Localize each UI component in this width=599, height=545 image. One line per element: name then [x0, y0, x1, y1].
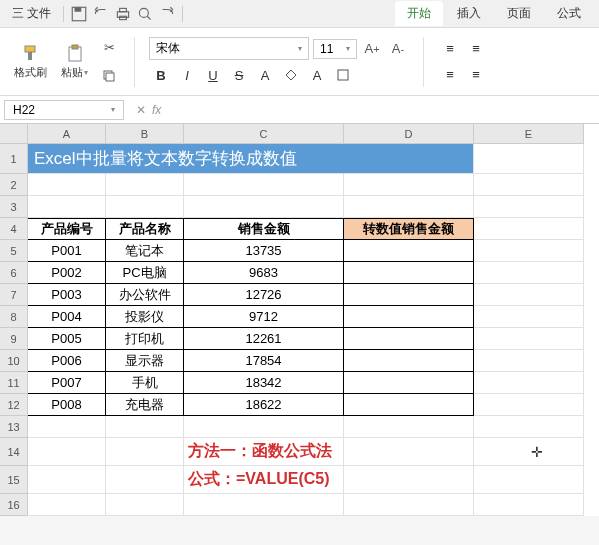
row-header[interactable]: 7 — [0, 284, 28, 306]
cell-id[interactable]: P005 — [28, 328, 106, 350]
col-header-A[interactable]: A — [28, 124, 106, 144]
select-all-corner[interactable] — [0, 124, 28, 144]
cell-amount[interactable]: 9712 — [184, 306, 344, 328]
cell-name[interactable]: 充电器 — [106, 394, 184, 416]
cell[interactable] — [106, 494, 184, 516]
header-converted[interactable]: 转数值销售金额 — [344, 218, 474, 240]
cell[interactable] — [184, 174, 344, 196]
cell[interactable] — [28, 196, 106, 218]
increase-font-icon[interactable]: A+ — [361, 38, 383, 60]
cell-amount[interactable]: 18622 — [184, 394, 344, 416]
copy-icon[interactable] — [98, 65, 120, 87]
cell-amount[interactable]: 17854 — [184, 350, 344, 372]
font-size-select[interactable]: 11▾ — [313, 39, 357, 59]
fx-icon[interactable]: fx — [152, 103, 161, 117]
row-header[interactable]: 2 — [0, 174, 28, 196]
cell-amount[interactable]: 13735 — [184, 240, 344, 262]
cell[interactable] — [474, 196, 584, 218]
cell-converted[interactable] — [344, 306, 474, 328]
cancel-icon[interactable]: ✕ — [136, 103, 146, 117]
formula-input[interactable] — [169, 100, 599, 119]
cell-id[interactable]: P007 — [28, 372, 106, 394]
row-header[interactable]: 13 — [0, 416, 28, 438]
row-header[interactable]: 8 — [0, 306, 28, 328]
cell[interactable] — [106, 416, 184, 438]
col-header-B[interactable]: B — [106, 124, 184, 144]
paste-button[interactable]: 粘贴▾ — [57, 42, 92, 82]
title-cell[interactable]: Excel中批量将文本数字转换成数值 — [28, 144, 474, 174]
cell[interactable] — [106, 466, 184, 494]
cell[interactable] — [106, 196, 184, 218]
format-painter-button[interactable]: 格式刷 — [10, 42, 51, 82]
cell-converted[interactable] — [344, 328, 474, 350]
header-amount[interactable]: 销售金额 — [184, 218, 344, 240]
row-header[interactable]: 3 — [0, 196, 28, 218]
save-icon[interactable] — [70, 5, 88, 23]
cell[interactable] — [344, 494, 474, 516]
decrease-font-icon[interactable]: A- — [387, 38, 409, 60]
cell-name[interactable]: 办公软件 — [106, 284, 184, 306]
cell[interactable] — [344, 196, 474, 218]
cell-id[interactable]: P006 — [28, 350, 106, 372]
row-header[interactable]: 11 — [0, 372, 28, 394]
cell-name[interactable]: 手机 — [106, 372, 184, 394]
cell[interactable] — [344, 416, 474, 438]
cell-converted[interactable] — [344, 262, 474, 284]
row-header[interactable]: 5 — [0, 240, 28, 262]
undo-icon[interactable] — [92, 5, 110, 23]
name-box[interactable]: H22▾ — [4, 100, 124, 120]
highlight-button[interactable]: A — [305, 64, 329, 86]
cell-id[interactable]: P003 — [28, 284, 106, 306]
cell[interactable] — [28, 466, 106, 494]
cell-name[interactable]: PC电脑 — [106, 262, 184, 284]
cell-amount[interactable]: 18342 — [184, 372, 344, 394]
print-icon[interactable] — [114, 5, 132, 23]
preview-icon[interactable] — [136, 5, 154, 23]
row-header[interactable]: 14 — [0, 438, 28, 466]
cell-name[interactable]: 笔记本 — [106, 240, 184, 262]
cell-converted[interactable] — [344, 394, 474, 416]
cell[interactable] — [28, 416, 106, 438]
row-header[interactable]: 12 — [0, 394, 28, 416]
cell-name[interactable]: 显示器 — [106, 350, 184, 372]
redo-icon[interactable] — [158, 5, 176, 23]
cell[interactable] — [28, 494, 106, 516]
cell[interactable] — [184, 416, 344, 438]
cell[interactable] — [474, 306, 584, 328]
cell[interactable] — [474, 494, 584, 516]
cell[interactable] — [474, 438, 584, 466]
col-header-E[interactable]: E — [474, 124, 584, 144]
row-header[interactable]: 1 — [0, 144, 28, 174]
header-id[interactable]: 产品编号 — [28, 218, 106, 240]
cell-name[interactable]: 打印机 — [106, 328, 184, 350]
cell-name[interactable]: 投影仪 — [106, 306, 184, 328]
row-header[interactable]: 15 — [0, 466, 28, 494]
cell-id[interactable]: P002 — [28, 262, 106, 284]
tab-home[interactable]: 开始 — [395, 1, 443, 26]
border-button[interactable] — [331, 64, 355, 86]
italic-button[interactable]: I — [175, 64, 199, 86]
cell[interactable] — [474, 350, 584, 372]
cell-amount[interactable]: 12261 — [184, 328, 344, 350]
cell-converted[interactable] — [344, 240, 474, 262]
cell-amount[interactable]: 9683 — [184, 262, 344, 284]
cut-icon[interactable]: ✂ — [98, 37, 120, 59]
cell[interactable] — [106, 174, 184, 196]
align-top-icon[interactable]: ≡ — [438, 38, 462, 60]
col-header-D[interactable]: D — [344, 124, 474, 144]
cell[interactable] — [474, 240, 584, 262]
align-center-icon[interactable]: ≡ — [464, 64, 488, 86]
method-line1[interactable]: 方法一：函数公式法 — [184, 438, 344, 466]
cell[interactable] — [184, 494, 344, 516]
fill-color-button[interactable] — [279, 64, 303, 86]
cell[interactable] — [344, 466, 474, 494]
col-header-C[interactable]: C — [184, 124, 344, 144]
cell-id[interactable]: P001 — [28, 240, 106, 262]
tab-insert[interactable]: 插入 — [445, 1, 493, 26]
method-line2[interactable]: 公式：=VALUE(C5) — [184, 466, 344, 494]
strike-button[interactable]: S — [227, 64, 251, 86]
cell[interactable] — [474, 174, 584, 196]
font-color-button[interactable]: A — [253, 64, 277, 86]
tab-formula[interactable]: 公式 — [545, 1, 593, 26]
cell[interactable] — [474, 466, 584, 494]
